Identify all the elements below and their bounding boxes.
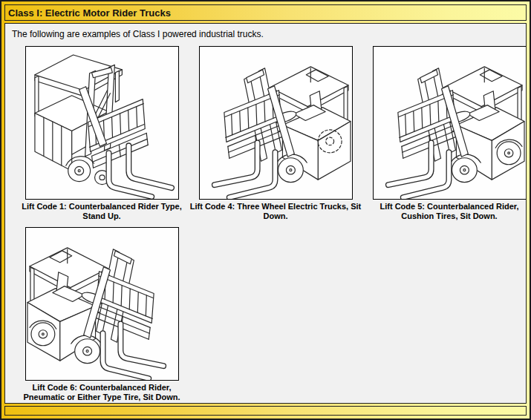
footer-bar	[4, 406, 527, 416]
content-panel: The following are examples of Class I po…	[4, 23, 527, 404]
pneumatic-tire-forklift-illustration	[26, 228, 178, 380]
forklift-image-lift-code-4	[199, 46, 353, 200]
figure-caption-lift-code-4: Lift Code 4: Three Wheel Electric Trucks…	[189, 202, 362, 221]
figure-row-1: Lift Code 1: Counterbalanced Rider Type,…	[15, 46, 521, 221]
section-header: Class I: Electric Motor Rider Trucks	[4, 4, 527, 21]
figure-caption-lift-code-6: Lift Code 6: Counterbalanced Rider, Pneu…	[15, 383, 189, 402]
forklift-image-lift-code-1	[25, 46, 179, 200]
figure-lift-code-4: Lift Code 4: Three Wheel Electric Trucks…	[189, 46, 362, 221]
figure-caption-lift-code-1: Lift Code 1: Counterbalanced Rider Type,…	[15, 202, 189, 221]
three-wheel-electric-forklift-illustration	[200, 47, 352, 199]
forklift-image-lift-code-5	[373, 46, 527, 200]
figure-lift-code-6: Lift Code 6: Counterbalanced Rider, Pneu…	[15, 227, 189, 402]
figure-lift-code-5: Lift Code 5: Counterbalanced Rider, Cush…	[362, 46, 527, 221]
page-frame: Class I: Electric Motor Rider Trucks The…	[0, 0, 531, 420]
section-title: Class I: Electric Motor Rider Trucks	[8, 7, 171, 19]
figure-lift-code-1: Lift Code 1: Counterbalanced Rider Type,…	[15, 46, 189, 221]
forklift-image-lift-code-6	[25, 227, 179, 381]
standup-counterbalanced-forklift-illustration	[26, 47, 178, 199]
figure-row-2: Lift Code 6: Counterbalanced Rider, Pneu…	[15, 227, 521, 402]
cushion-tire-forklift-illustration	[374, 47, 526, 199]
intro-text: The following are examples of Class I po…	[12, 29, 521, 39]
figure-caption-lift-code-5: Lift Code 5: Counterbalanced Rider, Cush…	[362, 202, 527, 221]
